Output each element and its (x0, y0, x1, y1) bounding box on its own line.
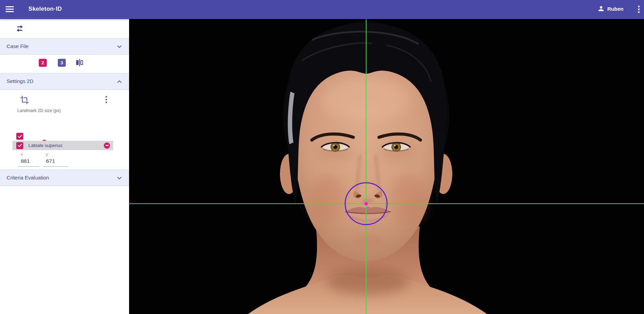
chevron-up-icon (116, 78, 123, 85)
view-2d-button[interactable]: 2 (39, 59, 47, 67)
crop-icon[interactable] (20, 95, 29, 104)
remove-landmark-button[interactable] (104, 142, 110, 149)
x-input[interactable] (18, 157, 39, 167)
crosshair-vertical-line (366, 19, 366, 314)
landmark-name: Labiale superius (28, 143, 104, 148)
x-label: x (18, 152, 39, 156)
landmark-point[interactable] (364, 202, 368, 205)
chevron-down-icon (116, 175, 123, 182)
render-viewport-3d[interactable] (129, 19, 644, 314)
user-icon (597, 5, 605, 12)
swap-arrows-icon[interactable] (14, 23, 26, 34)
menu-icon[interactable] (6, 5, 15, 14)
section-settings-2d[interactable]: Settings 2D (0, 73, 129, 90)
coordinate-y-field: y (43, 152, 68, 167)
settings-2d-label: Settings 2D (7, 78, 34, 84)
settings-overflow-icon[interactable] (103, 95, 109, 104)
section-criteria-evaluation[interactable]: Criteria Evaluation (0, 169, 129, 186)
view-3d-button[interactable]: 3 (58, 59, 66, 67)
user-name: Ruben (607, 6, 624, 12)
landmark-row[interactable]: Labiale superius (12, 141, 113, 150)
sidebar: Case File 2 3 Settings 2D Landmark 2D si… (0, 19, 129, 314)
overflow-menu-icon[interactable] (635, 5, 642, 14)
chevron-down-icon (116, 43, 123, 50)
face-render (129, 19, 644, 314)
landmark-checkbox[interactable] (16, 142, 23, 149)
y-input[interactable] (43, 157, 68, 167)
landmark-size-label: Landmark 2D size (px) (17, 108, 61, 113)
coordinate-x-field: x (18, 152, 39, 167)
criteria-evaluation-label: Criteria Evaluation (7, 175, 49, 181)
app-title: Skeleton·ID (28, 6, 62, 12)
user-menu[interactable]: Ruben (597, 5, 624, 12)
y-label: y (43, 152, 68, 156)
case-file-label: Case File (7, 43, 28, 49)
landmark-group-checkbox[interactable] (16, 133, 23, 140)
app-header: Skeleton·ID Ruben (0, 0, 644, 19)
flip-compare-icon[interactable] (75, 58, 84, 67)
section-case-file[interactable]: Case File (0, 38, 129, 55)
